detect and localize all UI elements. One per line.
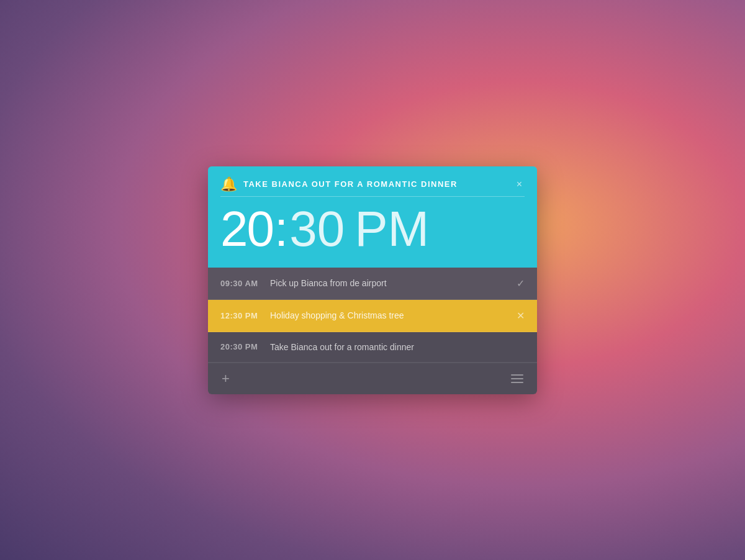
menu-line-1 (511, 374, 523, 376)
time-hours: 20 (220, 204, 273, 254)
list-item[interactable]: 12:30 PM Holiday shopping & Christmas tr… (208, 300, 537, 332)
item-text: Holiday shopping & Christmas tree (270, 310, 510, 320)
time-minutes: 30 (289, 204, 345, 254)
close-button[interactable]: × (514, 178, 525, 191)
item-text: Pick up Bianca from de airport (270, 278, 510, 288)
menu-line-2 (511, 378, 523, 379)
header-top-row: 🔔 TAKE BIANCA OUT FOR A ROMANTIC DINNER … (220, 178, 525, 191)
item-time: 12:30 PM (220, 311, 270, 320)
reminder-widget: 🔔 TAKE BIANCA OUT FOR A ROMANTIC DINNER … (208, 166, 537, 394)
menu-line-3 (511, 382, 523, 383)
header-title-row: 🔔 TAKE BIANCA OUT FOR A ROMANTIC DINNER (220, 178, 458, 191)
item-time: 09:30 AM (220, 279, 270, 288)
add-task-button[interactable]: + (222, 372, 230, 386)
item-check-icon[interactable]: ✓ (517, 278, 525, 289)
header-divider (220, 196, 525, 197)
time-colon: : (274, 204, 288, 254)
bell-icon: 🔔 (220, 178, 237, 191)
item-close-icon[interactable]: ✕ (517, 310, 525, 322)
task-list: 09:30 AM Pick up Bianca from de airport … (208, 268, 537, 363)
item-text: Take Bianca out for a romantic dinner (270, 342, 518, 352)
menu-button[interactable] (511, 374, 523, 383)
widget-footer: + (208, 363, 537, 394)
item-time: 20:30 PM (220, 342, 270, 351)
list-item[interactable]: 20:30 PM Take Bianca out for a romantic … (208, 332, 537, 363)
alarm-title: TAKE BIANCA OUT FOR A ROMANTIC DINNER (243, 179, 458, 189)
time-display: 20 : 30 PM (220, 204, 525, 254)
list-item[interactable]: 09:30 AM Pick up Bianca from de airport … (208, 268, 537, 300)
widget-header: 🔔 TAKE BIANCA OUT FOR A ROMANTIC DINNER … (208, 166, 537, 268)
time-ampm: PM (354, 204, 429, 254)
